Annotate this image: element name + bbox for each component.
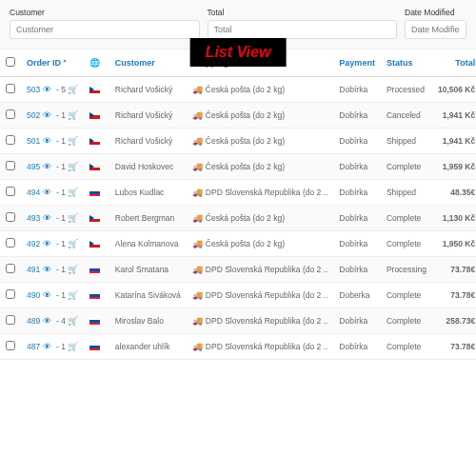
table-row[interactable]: 490 👁 - 1🛒Katarína Siváková🚚DPD Slovensk…: [0, 283, 476, 308]
order-id-cell[interactable]: 490 👁 - 1🛒: [21, 283, 84, 308]
row-checkbox-cell: [0, 206, 21, 231]
order-id-cell[interactable]: 489 👁 - 4🛒: [21, 308, 84, 334]
country-flag-icon: [89, 241, 100, 248]
table-row[interactable]: 487 👁 - 1🛒alexander uhlík🚚DPD Slovenská …: [0, 334, 476, 360]
row-checkbox-cell: [0, 129, 21, 154]
flag-cell: [84, 308, 109, 334]
filter-total-input[interactable]: [208, 20, 398, 39]
customer-cell: Alena Kolmanova: [109, 231, 187, 257]
payment-cell: Dobírka: [333, 257, 381, 283]
order-id-cell[interactable]: 494 👁 - 1🛒: [21, 180, 84, 206]
view-icon[interactable]: 👁: [43, 213, 51, 223]
list-view-badge: List View: [190, 38, 287, 67]
row-checkbox[interactable]: [6, 84, 15, 93]
row-checkbox[interactable]: [6, 187, 15, 196]
status-cell: Shipped: [381, 129, 432, 154]
shipping-cell: 🚚Česká pošta (do 2 kg): [187, 103, 334, 129]
customer-cell: Lubos Kudlac: [109, 180, 187, 206]
customer-cell: David Hoskovec: [109, 154, 187, 180]
view-icon[interactable]: 👁: [43, 342, 51, 351]
order-id-cell[interactable]: 491 👁 - 1🛒: [21, 257, 84, 283]
customer-cell: Richard Vošický: [109, 129, 187, 154]
row-checkbox-cell: [0, 283, 21, 308]
cart-icon: 🛒: [68, 136, 78, 146]
view-icon[interactable]: 👁: [43, 188, 51, 197]
country-flag-icon: [89, 292, 100, 299]
status-cell: Complete: [381, 283, 432, 308]
view-icon[interactable]: 👁: [43, 316, 51, 326]
total-cell: 73.78€: [432, 283, 476, 308]
shipping-cell: 🚚DPD Slovenská Republika (do 2 ..: [187, 180, 334, 206]
sort-asc-icon: ˄: [63, 59, 67, 68]
select-all-checkbox[interactable]: [6, 57, 15, 67]
country-flag-icon: [89, 267, 100, 273]
row-checkbox[interactable]: [6, 109, 15, 119]
table-row[interactable]: 492 👁 - 1🛒Alena Kolmanova🚚Česká pošta (d…: [0, 231, 476, 257]
order-id-cell[interactable]: 493 👁 - 1🛒: [21, 206, 84, 231]
col-status[interactable]: Status: [381, 50, 432, 77]
view-icon[interactable]: 👁: [43, 239, 51, 248]
cart-icon: 🛒: [68, 213, 78, 223]
filter-date-label: Date Modified: [405, 8, 466, 17]
flag-cell: [84, 231, 109, 257]
row-checkbox[interactable]: [6, 238, 15, 248]
country-flag-icon: [89, 138, 100, 145]
country-flag-icon: [89, 87, 100, 93]
order-id-cell[interactable]: 492 👁 - 1🛒: [21, 231, 84, 257]
filter-customer-input[interactable]: [10, 20, 200, 39]
order-id-cell[interactable]: 502 👁 - 1🛒: [21, 103, 84, 129]
filter-date-input[interactable]: [405, 20, 466, 39]
row-checkbox-cell: [0, 257, 21, 283]
payment-cell: Dobírka: [333, 103, 381, 129]
row-checkbox[interactable]: [6, 161, 15, 170]
row-checkbox[interactable]: [6, 212, 15, 222]
truck-icon: 🚚: [192, 316, 203, 326]
col-order-id[interactable]: Order ID˄: [21, 50, 84, 77]
table-row[interactable]: 501 👁 - 1🛒Richard Vošický🚚Česká pošta (d…: [0, 129, 476, 154]
view-icon[interactable]: 👁: [43, 162, 51, 171]
view-icon[interactable]: 👁: [43, 110, 51, 120]
row-checkbox[interactable]: [6, 135, 15, 145]
view-icon[interactable]: 👁: [43, 265, 51, 274]
row-checkbox[interactable]: [6, 264, 15, 273]
col-payment[interactable]: Payment: [333, 50, 381, 77]
table-row[interactable]: 489 👁 - 4🛒Miroslav Balo🚚DPD Slovenská Re…: [0, 308, 476, 334]
row-checkbox[interactable]: [6, 315, 15, 325]
status-cell: Complete: [381, 231, 432, 257]
order-id-cell[interactable]: 495 👁 - 1🛒: [21, 154, 84, 180]
shipping-cell: 🚚DPD Slovenská Republika (do 2 ..: [187, 334, 334, 360]
col-customer[interactable]: Customer: [109, 50, 187, 77]
table-row[interactable]: 494 👁 - 1🛒Lubos Kudlac🚚DPD Slovenská Rep…: [0, 180, 476, 206]
table-row[interactable]: 493 👁 - 1🛒Robert Bergman🚚Česká pošta (do…: [0, 206, 476, 231]
payment-cell: Dobírka: [333, 231, 381, 257]
order-id-cell[interactable]: 501 👁 - 1🛒: [21, 129, 84, 154]
total-cell: 48.35€: [432, 180, 476, 206]
col-total[interactable]: Total: [432, 50, 476, 77]
cart-icon: 🛒: [68, 239, 78, 248]
orders-table: Order ID˄ 🌐 Customer Shipping Payment St…: [0, 50, 476, 360]
table-row[interactable]: 502 👁 - 1🛒Richard Vošický🚚Česká pošta (d…: [0, 103, 476, 129]
payment-cell: Dobírka: [333, 77, 381, 103]
table-row[interactable]: 503 👁 - 5🛒Richard Vošický🚚Česká pošta (d…: [0, 77, 476, 103]
cart-icon: 🛒: [68, 188, 78, 197]
payment-cell: Dobírka: [333, 129, 381, 154]
country-flag-icon: [89, 164, 100, 170]
table-row[interactable]: 491 👁 - 1🛒Karol Smatana🚚DPD Slovenská Re…: [0, 257, 476, 283]
row-checkbox-cell: [0, 154, 21, 180]
total-cell: 1,130 Kč: [432, 206, 476, 231]
view-icon[interactable]: 👁: [43, 290, 51, 300]
shipping-cell: 🚚Česká pošta (do 2 kg): [187, 154, 334, 180]
cart-icon: 🛒: [68, 85, 78, 94]
order-id-cell[interactable]: 503 👁 - 5🛒: [21, 77, 84, 103]
status-cell: Complete: [381, 308, 432, 334]
view-icon[interactable]: 👁: [43, 136, 51, 146]
cart-icon: 🛒: [68, 316, 78, 326]
row-checkbox[interactable]: [6, 341, 15, 350]
table-row[interactable]: 495 👁 - 1🛒David Hoskovec🚚Česká pošta (do…: [0, 154, 476, 180]
view-icon[interactable]: 👁: [43, 85, 51, 94]
col-flag[interactable]: 🌐: [84, 50, 109, 77]
row-checkbox[interactable]: [6, 289, 15, 299]
status-cell: Complete: [381, 154, 432, 180]
shipping-cell: 🚚DPD Slovenská Republika (do 2 ..: [187, 257, 334, 283]
order-id-cell[interactable]: 487 👁 - 1🛒: [21, 334, 84, 360]
